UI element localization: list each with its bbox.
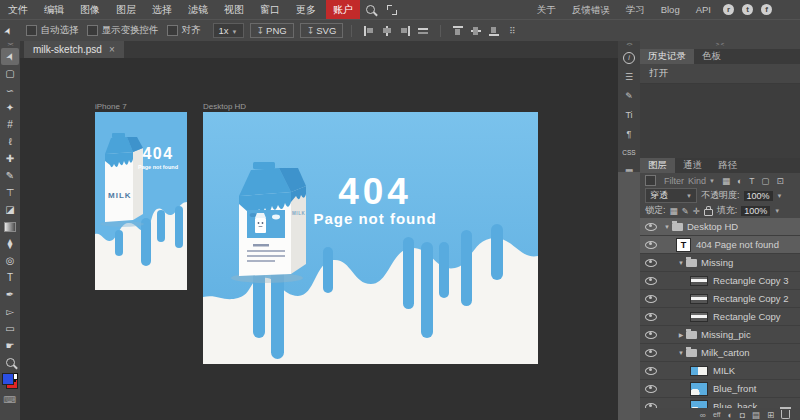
layer-row-milk[interactable]: MILK xyxy=(640,362,800,380)
link-learn[interactable]: 学习 xyxy=(620,0,651,19)
blur-tool[interactable]: ⧫ xyxy=(1,235,19,252)
visibility-toggle[interactable] xyxy=(640,367,662,375)
paragraph-icon[interactable]: ¶ xyxy=(618,124,640,143)
search-icon[interactable] xyxy=(366,5,375,14)
eyedropper-tool[interactable]: ℓ xyxy=(1,133,19,150)
more-align-options-icon[interactable]: ⠿ xyxy=(509,26,517,36)
lock-all-icon[interactable] xyxy=(704,209,713,216)
canvas[interactable]: iPhone 7 MIL xyxy=(20,58,618,420)
hand-tool[interactable]: ☛ xyxy=(1,337,19,354)
properties-icon[interactable]: ☰ xyxy=(618,67,640,86)
visibility-toggle[interactable] xyxy=(640,349,662,357)
link-report-bug[interactable]: 反馈错误 xyxy=(566,0,616,19)
link-about[interactable]: 关于 xyxy=(531,0,562,19)
fullscreen-icon[interactable] xyxy=(387,5,397,15)
lock-pixels-icon[interactable]: ✎ xyxy=(682,206,689,216)
visibility-toggle[interactable] xyxy=(640,385,662,393)
menu-filter[interactable]: 滤镜 xyxy=(180,0,216,19)
close-tab-icon[interactable]: × xyxy=(109,44,115,55)
reddit-icon[interactable]: r xyxy=(723,4,734,15)
opacity-value[interactable]: 100% xyxy=(744,191,773,201)
export-svg-button[interactable]: ↧ SVG xyxy=(300,23,344,38)
layer-row-missing[interactable]: ▼ Missing xyxy=(640,254,800,272)
marquee-tool[interactable]: ▢ xyxy=(1,65,19,82)
artboard-label-iphone[interactable]: iPhone 7 xyxy=(95,102,127,111)
fill-dropdown-icon[interactable]: ▼ xyxy=(774,208,780,214)
link-icon[interactable]: ∞ xyxy=(700,409,706,420)
toolbox-collapse-icon[interactable]: >< xyxy=(7,40,12,48)
document-tab[interactable]: milk-sketch.psd × xyxy=(24,40,124,58)
filter-smart-icon[interactable]: ⊡ xyxy=(776,176,783,186)
gradient-tool[interactable] xyxy=(1,218,19,235)
layer-row-blue-front[interactable]: Blue_front xyxy=(640,380,800,398)
align-left-icon[interactable] xyxy=(364,26,374,36)
character-icon[interactable]: Ti xyxy=(618,105,640,124)
filter-checkbox[interactable] xyxy=(645,175,656,186)
menu-select[interactable]: 选择 xyxy=(144,0,180,19)
align-center-h-icon[interactable] xyxy=(382,26,392,36)
lasso-tool[interactable]: ∽ xyxy=(1,82,19,99)
export-png-button[interactable]: ↧ PNG xyxy=(250,23,294,38)
menu-more[interactable]: 更多 xyxy=(288,0,324,19)
lock-transparency-icon[interactable]: ▦ xyxy=(670,206,678,216)
visibility-toggle[interactable] xyxy=(640,331,662,339)
menu-edit[interactable]: 编辑 xyxy=(36,0,72,19)
panel-collapse-icon[interactable]: > < xyxy=(640,40,800,49)
menu-layer[interactable]: 图层 xyxy=(108,0,144,19)
visibility-toggle[interactable] xyxy=(640,241,662,249)
filter-kind-select[interactable]: Kind▼ xyxy=(688,176,715,186)
new-layer-icon[interactable]: ⊞ xyxy=(767,409,774,420)
rail-collapse-icon[interactable]: <> xyxy=(618,40,640,48)
layer-row-blue-back[interactable]: Blue_back xyxy=(640,398,800,408)
brush-tool[interactable]: ✎ xyxy=(1,167,19,184)
expand-toggle[interactable]: ▼ xyxy=(676,260,686,266)
link-api[interactable]: API xyxy=(690,0,717,19)
adjustments-icon[interactable]: ◐ xyxy=(728,409,733,420)
layer-row-rectangle-copy[interactable]: Rectangle Copy xyxy=(640,308,800,326)
align-bottom-icon[interactable] xyxy=(489,26,499,36)
expand-toggle[interactable]: ▼ xyxy=(662,224,672,230)
artboard-label-desktop[interactable]: Desktop HD xyxy=(203,102,246,111)
tab-history[interactable]: 历史记录 xyxy=(640,49,694,64)
visibility-toggle[interactable] xyxy=(640,403,662,409)
layer-row-404-text[interactable]: T 404 Page not found xyxy=(640,236,800,254)
color-swatches[interactable] xyxy=(2,373,18,389)
opacity-dropdown-icon[interactable]: ▼ xyxy=(777,193,783,199)
layer-row-rectangle-copy-3[interactable]: Rectangle Copy 3 xyxy=(640,272,800,290)
menu-view[interactable]: 视图 xyxy=(216,0,252,19)
visibility-toggle[interactable] xyxy=(640,313,662,321)
eraser-tool[interactable]: ◪ xyxy=(1,201,19,218)
tab-layers[interactable]: 图层 xyxy=(640,158,675,173)
align-right-icon[interactable] xyxy=(400,26,410,36)
menu-file[interactable]: 文件 xyxy=(0,0,36,19)
foreground-color-swatch[interactable] xyxy=(2,373,14,385)
css-icon[interactable]: CSS xyxy=(618,143,640,162)
keyboard-shortcuts-icon[interactable]: ⌨ xyxy=(4,395,17,405)
expand-toggle[interactable]: ▶ xyxy=(676,331,686,338)
artboard-desktop[interactable]: MILK 404 Page not found xyxy=(203,112,538,364)
tab-channels[interactable]: 通道 xyxy=(675,158,710,173)
lock-position-icon[interactable]: ✛ xyxy=(693,206,700,216)
clone-stamp-tool[interactable]: ⊤ xyxy=(1,184,19,201)
artboard-iphone[interactable]: MILK 404 Page not found xyxy=(95,112,187,290)
layer-row-milk-carton[interactable]: ▼ Milk_carton xyxy=(640,344,800,362)
tab-paths[interactable]: 路径 xyxy=(710,158,745,173)
quick-select-tool[interactable]: ✦ xyxy=(1,99,19,116)
blend-mode-select[interactable]: 穿透▼ xyxy=(645,188,697,203)
tab-swatches[interactable]: 色板 xyxy=(694,49,729,64)
path-select-tool[interactable]: ▻ xyxy=(1,303,19,320)
align-top-icon[interactable] xyxy=(453,26,463,36)
healing-tool[interactable]: ✚ xyxy=(1,150,19,167)
account-button[interactable]: 账户 xyxy=(326,0,360,19)
new-group-icon[interactable]: ▤ xyxy=(752,409,760,420)
filter-type-icon[interactable]: T xyxy=(749,176,754,186)
facebook-icon[interactable]: f xyxy=(761,4,772,15)
distribute-h-icon[interactable] xyxy=(418,26,428,36)
move-tool[interactable]: ➤ xyxy=(1,48,19,65)
filter-pixel-icon[interactable]: ▦ xyxy=(722,176,730,186)
align-middle-icon[interactable] xyxy=(471,26,481,36)
info-icon[interactable]: i xyxy=(618,48,640,67)
shape-tool[interactable]: ▭ xyxy=(1,320,19,337)
crop-tool[interactable]: # xyxy=(1,116,19,133)
expand-toggle[interactable]: ▼ xyxy=(676,350,686,356)
